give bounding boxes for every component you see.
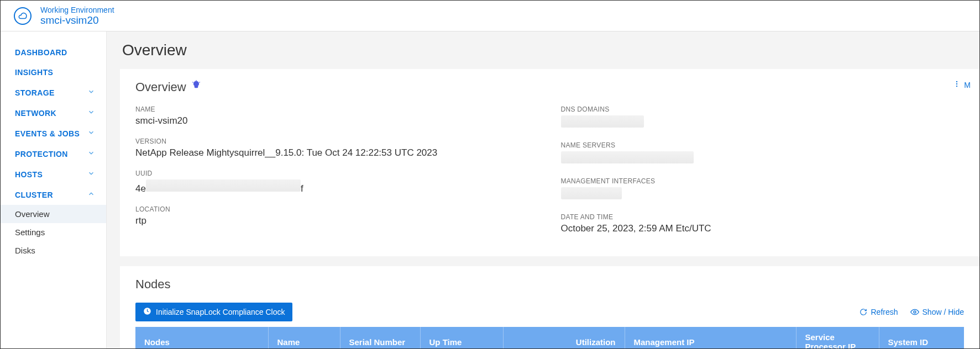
refresh-link[interactable]: Refresh bbox=[860, 308, 898, 316]
chevron-down-icon bbox=[87, 108, 95, 118]
version-value: NetApp Release Mightysquirrel__9.15.0: T… bbox=[135, 147, 539, 158]
redacted-block bbox=[146, 179, 301, 192]
sidebar-item-label: NETWORK bbox=[15, 109, 56, 118]
uuid-prefix: 4e bbox=[135, 183, 146, 194]
card-title-text: Overview bbox=[135, 80, 186, 94]
more-label: M bbox=[964, 81, 971, 89]
more-vert-icon bbox=[953, 80, 961, 89]
overview-card: Overview M NAME smci-vsim20 bbox=[120, 69, 979, 256]
col-name[interactable]: Name bbox=[268, 327, 340, 348]
chevron-down-icon bbox=[87, 170, 95, 179]
sidebar-item-label: HOSTS bbox=[15, 170, 43, 179]
sidebar-sub-overview[interactable]: Overview bbox=[1, 205, 106, 223]
overview-card-title: Overview bbox=[135, 80, 964, 94]
dns-label: DNS DOMAINS bbox=[561, 105, 965, 113]
sidebar-item-events[interactable]: EVENTS & JOBS bbox=[1, 123, 106, 144]
col-mgmtip[interactable]: Management IP bbox=[625, 327, 796, 348]
svg-point-4 bbox=[956, 83, 957, 84]
uuid-value: 4ef bbox=[135, 179, 539, 194]
sidebar-item-network[interactable]: NETWORK bbox=[1, 103, 106, 123]
name-label: NAME bbox=[135, 105, 539, 113]
sidebar-item-storage[interactable]: STORAGE bbox=[1, 82, 106, 103]
datetime-label: DATE AND TIME bbox=[561, 213, 965, 221]
col-uptime[interactable]: Up Time bbox=[420, 327, 503, 348]
button-label: Initialize SnapLock Compliance Clock bbox=[156, 308, 285, 316]
showhide-link[interactable]: Show / Hide bbox=[910, 308, 964, 316]
mgmt-label: MANAGEMENT INTERFACES bbox=[561, 177, 965, 185]
sidebar-item-label: CLUSTER bbox=[15, 191, 53, 199]
app-header: Working Environment smci-vsim20 bbox=[1, 1, 979, 31]
redacted-block bbox=[561, 187, 622, 199]
svg-line-0 bbox=[192, 82, 193, 82]
sidebar-item-dashboard[interactable]: DASHBOARD bbox=[1, 43, 106, 62]
location-label: LOCATION bbox=[135, 205, 539, 213]
uuid-suffix: f bbox=[301, 183, 303, 194]
sidebar-item-label: PROTECTION bbox=[15, 150, 68, 158]
sidebar-item-label: INSIGHTS bbox=[15, 68, 53, 77]
name-value: smci-vsim20 bbox=[135, 115, 539, 126]
svg-point-5 bbox=[956, 86, 957, 87]
card-more-menu[interactable]: M bbox=[953, 80, 971, 89]
svg-point-7 bbox=[914, 311, 916, 313]
redacted-block bbox=[561, 151, 694, 163]
col-sysid[interactable]: System ID bbox=[879, 327, 964, 348]
chevron-down-icon bbox=[87, 149, 95, 158]
datetime-value: October 25, 2023, 2:59 AM Etc/UTC bbox=[561, 223, 965, 234]
location-value: rtp bbox=[135, 215, 539, 226]
sidebar-item-label: DASHBOARD bbox=[15, 48, 67, 57]
main-content: Overview Overview M NAME smci-vsim2 bbox=[107, 31, 979, 348]
sidebar-item-label: EVENTS & JOBS bbox=[15, 129, 80, 138]
svg-point-3 bbox=[956, 81, 957, 82]
redacted-block bbox=[561, 115, 644, 128]
sidebar: DASHBOARD INSIGHTS STORAGE NETWORK EVENT… bbox=[1, 31, 107, 348]
table-header-row: Nodes Name Serial Number Up Time Utiliza… bbox=[135, 327, 964, 348]
sidebar-item-protection[interactable]: PROTECTION bbox=[1, 144, 106, 164]
clock-icon bbox=[143, 307, 151, 317]
refresh-label: Refresh bbox=[871, 308, 898, 316]
nodes-table: Nodes Name Serial Number Up Time Utiliza… bbox=[135, 327, 964, 348]
svg-line-1 bbox=[199, 82, 200, 82]
init-snaplock-button[interactable]: Initialize SnapLock Compliance Clock bbox=[135, 303, 292, 321]
col-utilization[interactable]: Utilization bbox=[503, 327, 625, 348]
chevron-down-icon bbox=[87, 88, 95, 97]
col-spip[interactable]: Service Processor IP bbox=[796, 327, 879, 348]
cloud-icon bbox=[14, 7, 32, 25]
sidebar-item-cluster[interactable]: CLUSTER bbox=[1, 184, 106, 205]
refresh-icon bbox=[860, 308, 867, 316]
lightbulb-icon bbox=[191, 80, 202, 94]
chevron-down-icon bbox=[87, 129, 95, 138]
sidebar-item-hosts[interactable]: HOSTS bbox=[1, 164, 106, 184]
header-title[interactable]: smci-vsim20 bbox=[40, 14, 114, 27]
nodes-card-title: Nodes bbox=[135, 277, 964, 292]
col-nodes[interactable]: Nodes bbox=[135, 327, 268, 348]
page-title: Overview bbox=[107, 31, 979, 69]
eye-icon bbox=[910, 308, 919, 316]
sidebar-sub-settings[interactable]: Settings bbox=[1, 223, 106, 241]
showhide-label: Show / Hide bbox=[923, 308, 964, 316]
uuid-label: UUID bbox=[135, 170, 539, 177]
nameservers-label: NAME SERVERS bbox=[561, 141, 965, 149]
sidebar-sub-disks[interactable]: Disks bbox=[1, 241, 106, 260]
header-sublabel: Working Environment bbox=[40, 6, 114, 14]
version-label: VERSION bbox=[135, 138, 539, 145]
sidebar-item-label: STORAGE bbox=[15, 88, 55, 97]
nodes-card: Nodes Initialize SnapLock Compliance Clo… bbox=[120, 266, 979, 348]
sidebar-item-insights[interactable]: INSIGHTS bbox=[1, 62, 106, 82]
col-serial[interactable]: Serial Number bbox=[340, 327, 420, 348]
chevron-up-icon bbox=[87, 190, 95, 199]
